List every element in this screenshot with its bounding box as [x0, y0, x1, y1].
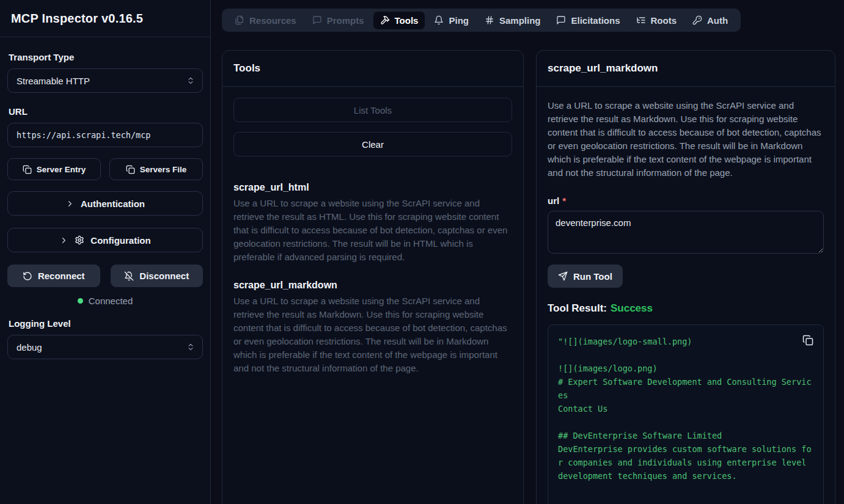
tools-panel-title: Tools	[233, 62, 512, 75]
servers-file-button[interactable]: Servers File	[109, 158, 203, 180]
tool-description: Use a URL to scrape a website using the …	[233, 197, 512, 264]
connection-status: Connected	[7, 296, 203, 306]
tab-label: Prompts	[327, 15, 364, 26]
sidebar-content: Transport Type Streamable HTTP URL Serve…	[0, 37, 210, 359]
required-marker: *	[562, 195, 566, 206]
app-title: MCP Inspector v0.16.5	[11, 12, 143, 26]
tab-auth[interactable]: Auth	[686, 12, 735, 29]
tool-result-label: Tool Result:	[548, 302, 607, 314]
server-buttons-row: Server Entry Servers File	[7, 158, 203, 180]
chevrons-up-down-icon	[186, 76, 195, 85]
server-entry-button[interactable]: Server Entry	[7, 158, 101, 180]
configuration-label: Configuration	[90, 235, 150, 246]
authentication-toggle[interactable]: Authentication	[7, 191, 203, 216]
server-entry-label: Server Entry	[37, 165, 86, 174]
tab-label: Roots	[651, 15, 677, 26]
tab-label: Tools	[395, 15, 419, 26]
logging-level-select[interactable]: debug	[7, 335, 203, 359]
copy-icon	[802, 335, 813, 346]
bell-icon	[434, 15, 444, 25]
tool-result-line: Tool Result:Success	[548, 302, 824, 315]
send-icon	[558, 271, 568, 281]
list-tree-icon	[636, 15, 646, 25]
servers-file-label: Servers File	[140, 165, 187, 174]
tool-result-output-block: "![](images/logo-small.png) ![](images/l…	[548, 324, 824, 504]
gear-icon	[75, 235, 84, 245]
copy-icon	[23, 165, 32, 174]
url-textarea[interactable]: deventerprise.com	[548, 211, 824, 254]
hammer-icon	[380, 15, 390, 25]
run-tool-button[interactable]: Run Tool	[548, 265, 623, 288]
tab-roots[interactable]: Roots	[629, 12, 684, 29]
list-tools-button[interactable]: List Tools	[233, 98, 512, 122]
url-input[interactable]	[7, 123, 203, 147]
tools-panel-header: Tools	[222, 51, 523, 87]
tool-detail-header: scrape_url_markdown	[537, 51, 835, 87]
tools-panel: Tools List Tools Clear scrape_url_html U…	[222, 50, 524, 504]
sidebar-header: MCP Inspector v0.16.5	[0, 0, 210, 37]
files-icon	[235, 15, 244, 25]
reconnect-label: Reconnect	[38, 271, 85, 281]
url-label: URL	[9, 106, 202, 117]
tab-label: Ping	[449, 15, 469, 26]
message-square-icon	[556, 15, 566, 25]
tool-name: scrape_url_html	[233, 182, 512, 193]
key-icon	[692, 15, 702, 25]
clear-button[interactable]: Clear	[233, 132, 512, 156]
tab-label: Elicitations	[571, 15, 620, 26]
authentication-label: Authentication	[81, 199, 145, 209]
tool-description: Use a URL to scrape a website using the …	[233, 294, 512, 375]
disconnect-button[interactable]: Disconnect	[111, 265, 204, 287]
tool-name: scrape_url_markdown	[233, 280, 512, 291]
reconnect-button[interactable]: Reconnect	[7, 265, 100, 287]
tool-item-scrape-url-markdown[interactable]: scrape_url_markdown Use a URL to scrape …	[233, 280, 512, 375]
tab-prompts[interactable]: Prompts	[306, 12, 371, 29]
param-name: url	[548, 195, 559, 206]
tool-detail-description: Use a URL to scrape a website using the …	[548, 99, 824, 180]
tool-result-output: "![](images/logo-small.png) ![](images/l…	[558, 335, 813, 504]
tool-result-status: Success	[611, 302, 653, 314]
tab-resources[interactable]: Resources	[228, 12, 303, 29]
tool-item-scrape-url-html[interactable]: scrape_url_html Use a URL to scrape a we…	[233, 182, 512, 264]
hash-icon	[485, 15, 494, 25]
tab-label: Resources	[249, 15, 296, 26]
tool-detail-title: scrape_url_markdown	[548, 62, 824, 75]
transport-type-label: Transport Type	[9, 52, 202, 62]
tab-sampling[interactable]: Sampling	[478, 12, 548, 29]
transport-type-value: Streamable HTTP	[17, 76, 90, 86]
bell-off-icon	[124, 271, 134, 281]
copy-icon	[126, 165, 135, 174]
tool-detail-panel: scrape_url_markdown Use a URL to scrape …	[536, 50, 835, 504]
rotate-ccw-icon	[23, 271, 32, 281]
tab-ping[interactable]: Ping	[427, 12, 475, 29]
copy-result-button[interactable]	[801, 334, 815, 349]
run-tool-label: Run Tool	[573, 271, 612, 282]
disconnect-label: Disconnect	[139, 271, 189, 281]
tab-label: Sampling	[499, 15, 541, 26]
tab-elicitations[interactable]: Elicitations	[549, 12, 626, 29]
connection-status-text: Connected	[89, 296, 133, 306]
sidebar: MCP Inspector v0.16.5 Transport Type Str…	[0, 0, 211, 504]
content-panels: Tools List Tools Clear scrape_url_html U…	[222, 50, 835, 504]
tab-bar: Resources Prompts Tools Ping Sampling El…	[222, 9, 741, 32]
logging-level-label: Logging Level	[9, 318, 202, 329]
tab-label: Auth	[707, 15, 728, 26]
transport-type-select[interactable]: Streamable HTTP	[7, 68, 203, 93]
chevron-right-icon	[65, 199, 75, 208]
configuration-toggle[interactable]: Configuration	[7, 228, 203, 252]
url-param-label: url*	[548, 195, 824, 206]
connected-dot-icon	[78, 298, 83, 304]
tools-panel-body: List Tools Clear scrape_url_html Use a U…	[222, 87, 523, 386]
message-square-icon	[312, 15, 322, 25]
chevrons-up-down-icon	[186, 343, 195, 351]
tool-detail-body: Use a URL to scrape a website using the …	[537, 87, 835, 504]
chevron-right-icon	[59, 236, 68, 245]
main-area: Resources Prompts Tools Ping Sampling El…	[211, 0, 844, 504]
tab-tools[interactable]: Tools	[373, 12, 425, 29]
logging-level-value: debug	[17, 342, 42, 352]
connection-buttons-row: Reconnect Disconnect	[7, 265, 203, 287]
